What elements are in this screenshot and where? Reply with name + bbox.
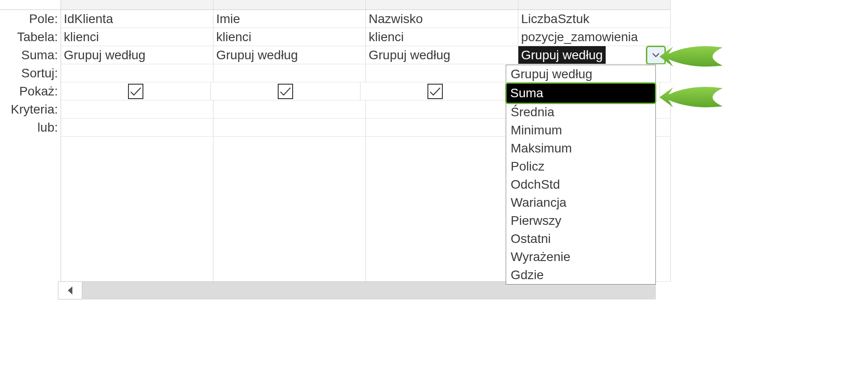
cell-blank-6-2[interactable] (213, 227, 366, 246)
row-suma: Suma: Grupuj według Grupuj według Grupuj… (0, 46, 656, 64)
cell-blank-8-1[interactable] (61, 263, 213, 282)
suma-dropdown-list[interactable]: Grupuj według Suma Średnia Minimum Maksi… (506, 65, 656, 285)
cell-blank-1-3[interactable] (366, 137, 518, 155)
cell-pole-2[interactable]: Imie (213, 10, 366, 28)
cell-sortuj-3[interactable] (366, 64, 518, 82)
cell-blank-4-3[interactable] (366, 191, 518, 209)
show-checkbox-2[interactable] (278, 84, 293, 99)
row-tabela: Tabela: klienci klienci klienci pozycje_… (0, 28, 656, 46)
cell-pole-2-text: Imie (216, 12, 240, 26)
row-label-kryteria: Kryteria: (0, 100, 61, 119)
cell-blank-7-1[interactable] (61, 245, 213, 264)
cell-pokaz-2[interactable] (211, 82, 360, 100)
column-header-3[interactable] (366, 0, 518, 10)
cell-blank-4-2[interactable] (213, 191, 366, 209)
cell-blank-5-3[interactable] (366, 209, 518, 228)
cell-tabela-1-text: klienci (64, 30, 99, 44)
cell-tabela-4[interactable]: pozycje_zamowienia (518, 28, 671, 46)
column-header-4[interactable] (518, 0, 671, 10)
cell-kryteria-2[interactable] (213, 100, 366, 119)
row-label-tabela: Tabela: (0, 28, 61, 46)
cell-blank-6-1[interactable] (61, 227, 213, 246)
cell-tabela-2-text: klienci (216, 30, 251, 44)
row-label-pole: Pole: (0, 10, 61, 28)
suma-option-srednia[interactable]: Średnia (506, 103, 655, 121)
row-label-lub: lub: (0, 119, 61, 137)
cell-blank-3-2[interactable] (213, 173, 366, 191)
cell-suma-2-text: Grupuj według (216, 48, 298, 62)
cell-lub-3[interactable] (366, 119, 518, 137)
suma-option-maksimum[interactable]: Maksimum (506, 139, 655, 157)
suma-option-pierwszy[interactable]: Pierwszy (506, 212, 655, 230)
triangle-left-icon (67, 285, 73, 295)
cell-suma-2[interactable]: Grupuj według (213, 46, 366, 64)
cell-blank-5-1[interactable] (61, 209, 213, 228)
cell-suma-1-text: Grupuj według (64, 48, 146, 62)
cell-blank-7-2[interactable] (213, 245, 366, 264)
cell-pole-3-text: Nazwisko (369, 12, 423, 26)
suma-option-wyrazenie[interactable]: Wyrażenie (506, 248, 655, 266)
cell-blank-2-3[interactable] (366, 155, 518, 173)
cell-blank-5-2[interactable] (213, 209, 366, 228)
suma-option-odchstd[interactable]: OdchStd (506, 176, 655, 194)
cell-blank-2-1[interactable] (61, 155, 213, 173)
column-header-2[interactable] (213, 0, 366, 10)
row-pole: Pole: IdKlienta Imie Nazwisko LiczbaSztu… (0, 10, 656, 28)
cell-tabela-2[interactable]: klienci (213, 28, 366, 46)
column-header-row (0, 0, 656, 10)
annotation-arrow-dropdown-button (659, 43, 723, 70)
cell-blank-2-2[interactable] (213, 155, 366, 173)
cell-tabela-3-text: klienci (369, 30, 404, 44)
checkmark-icon (130, 86, 142, 96)
cell-tabela-4-text: pozycje_zamowienia (521, 30, 638, 44)
suma-option-grupuj-wedlug[interactable]: Grupuj według (506, 65, 655, 83)
cell-suma-4-selected-text: Grupuj według (518, 46, 606, 64)
cell-tabela-1[interactable]: klienci (61, 28, 213, 46)
cell-blank-7-3[interactable] (366, 245, 518, 264)
suma-option-gdzie[interactable]: Gdzie (506, 266, 655, 284)
cell-blank-8-2[interactable] (213, 263, 366, 282)
cell-sortuj-2[interactable] (213, 64, 366, 82)
suma-option-minimum[interactable]: Minimum (506, 121, 655, 139)
arrow-left-icon (659, 84, 723, 111)
cell-pokaz-3[interactable] (360, 82, 510, 100)
cell-blank-3-3[interactable] (366, 173, 518, 191)
cell-tabela-3[interactable]: klienci (366, 28, 518, 46)
column-header-1[interactable] (61, 0, 213, 10)
cell-kryteria-1[interactable] (61, 100, 213, 119)
header-label-blank (0, 0, 61, 10)
scroll-left-button[interactable] (58, 281, 82, 299)
row-label-suma: Suma: (0, 46, 61, 64)
arrow-left-icon (659, 43, 723, 70)
cell-suma-1[interactable]: Grupuj według (61, 46, 213, 64)
suma-option-suma[interactable]: Suma (505, 82, 656, 104)
annotation-arrow-suma-option (659, 84, 723, 111)
suma-option-policz[interactable]: Policz (506, 157, 655, 176)
cell-suma-3[interactable]: Grupuj według (366, 46, 518, 64)
cell-pole-3[interactable]: Nazwisko (366, 10, 518, 28)
cell-blank-3-1[interactable] (61, 173, 213, 191)
cell-blank-8-3[interactable] (366, 263, 518, 282)
cell-sortuj-1[interactable] (61, 64, 213, 82)
suma-option-wariancja[interactable]: Wariancja (506, 194, 655, 212)
cell-kryteria-3[interactable] (366, 100, 518, 119)
cell-blank-6-3[interactable] (366, 227, 518, 246)
cell-pole-1-text: IdKlienta (64, 12, 113, 26)
cell-blank-1-2[interactable] (213, 137, 366, 155)
row-label-sortuj: Sortuj: (0, 64, 61, 82)
checkmark-icon (429, 86, 441, 96)
row-label-pokaz: Pokaż: (0, 82, 61, 100)
cell-lub-1[interactable] (61, 119, 213, 137)
show-checkbox-1[interactable] (128, 84, 143, 99)
cell-blank-1-1[interactable] (61, 137, 213, 155)
cell-suma-4[interactable]: Grupuj według (518, 46, 668, 64)
cell-lub-2[interactable] (213, 119, 366, 137)
cell-pole-1[interactable]: IdKlienta (61, 10, 213, 28)
cell-pokaz-1[interactable] (61, 82, 211, 100)
show-checkbox-3[interactable] (427, 84, 443, 99)
checkmark-icon (280, 86, 291, 96)
cell-pole-4-text: LiczbaSztuk (521, 12, 589, 26)
cell-blank-4-1[interactable] (61, 191, 213, 209)
cell-pole-4[interactable]: LiczbaSztuk (518, 10, 671, 28)
suma-option-ostatni[interactable]: Ostatni (506, 230, 655, 248)
